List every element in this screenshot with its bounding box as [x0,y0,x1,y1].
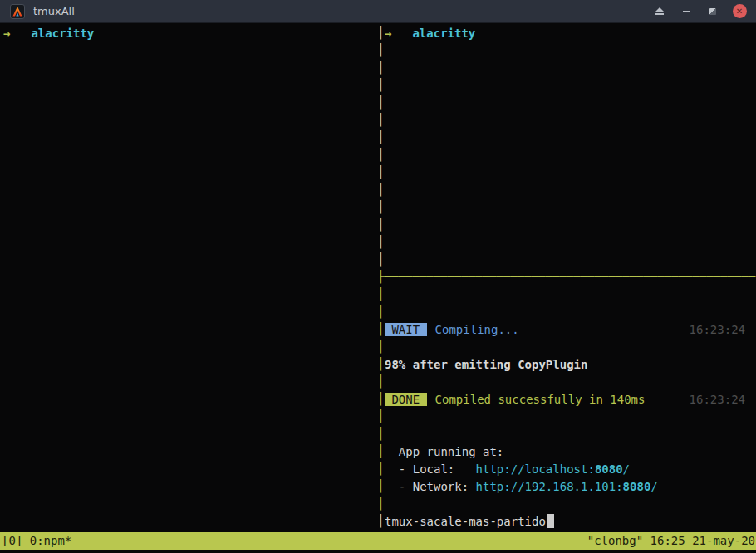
pane-left[interactable]: →alacritty [0,24,377,529]
window-title: tmuxAll [33,5,75,17]
done-badge: DONE [385,393,427,406]
local-port[interactable]: 8080 [595,462,623,476]
eject-icon [655,7,664,15]
minimize-icon [683,11,690,12]
wait-badge: WAIT [385,323,427,336]
alacritty-logo-icon [10,4,25,19]
restore-button[interactable] [705,4,720,19]
network-port[interactable]: 8080 [623,480,651,493]
text-cursor [547,514,554,528]
progress-text: 98% after emitting CopyPlugin [385,358,587,371]
compile-done-line: DONE Compiled successfully in 140ms16:23… [385,390,745,408]
prompt-arrow: → [385,27,391,40]
pane-right[interactable]: →alacritty WAIT Compiling...16:23:24 98%… [385,24,756,529]
progress-line: 98% after emitting CopyPlugin [385,355,745,373]
tmux-window-list[interactable]: [0] 0:npm* [2,532,71,550]
network-url-line: - Network: http://192.168.1.101:8080/ [385,477,745,495]
wait-message: Compiling... [435,323,519,336]
restore-icon [709,8,716,15]
prompt-arrow: → [3,27,10,40]
network-url[interactable]: http://192.168.1.101: [476,480,623,493]
close-icon: ✕ [736,7,743,16]
shade-button[interactable] [652,4,667,19]
shell-prompt: →alacritty [3,24,377,42]
close-button[interactable]: ✕ [732,4,747,19]
tmux-status-right: "clonbg" 16:25 21-may-20 [587,532,755,550]
local-url-line: - Local: http://localhost:8080/ [385,460,745,477]
wait-timestamp: 16:23:24 [690,323,745,336]
alacritty-window: tmuxAll ✕ →alacritty ││││││││││││││├ [0,0,756,553]
minimize-button[interactable] [679,4,694,19]
tmux-status-bar: [0] 0:npm* "clonbg" 16:25 21-may-20 [0,532,756,550]
prompt-directory: alacritty [31,27,94,40]
app-running-line: App running at: [385,443,745,460]
compile-wait-line: WAIT Compiling...16:23:24 [385,321,745,338]
local-label: - Local: [385,462,476,476]
tmux-terminal: →alacritty ││││││││││││││├──────────────… [0,24,756,529]
shell-prompt: →alacritty [385,24,745,42]
command-line[interactable]: tmux-sacale-mas-partido [385,512,745,529]
prompt-directory: alacritty [412,27,475,40]
local-url[interactable]: http://localhost: [476,462,595,476]
done-message: Compiled successfully in 140ms [435,393,646,406]
typed-command: tmux-sacale-mas-partido [385,515,546,528]
network-label: - Network: [385,480,476,493]
done-timestamp: 16:23:24 [690,393,745,406]
titlebar[interactable]: tmuxAll ✕ [0,0,756,23]
